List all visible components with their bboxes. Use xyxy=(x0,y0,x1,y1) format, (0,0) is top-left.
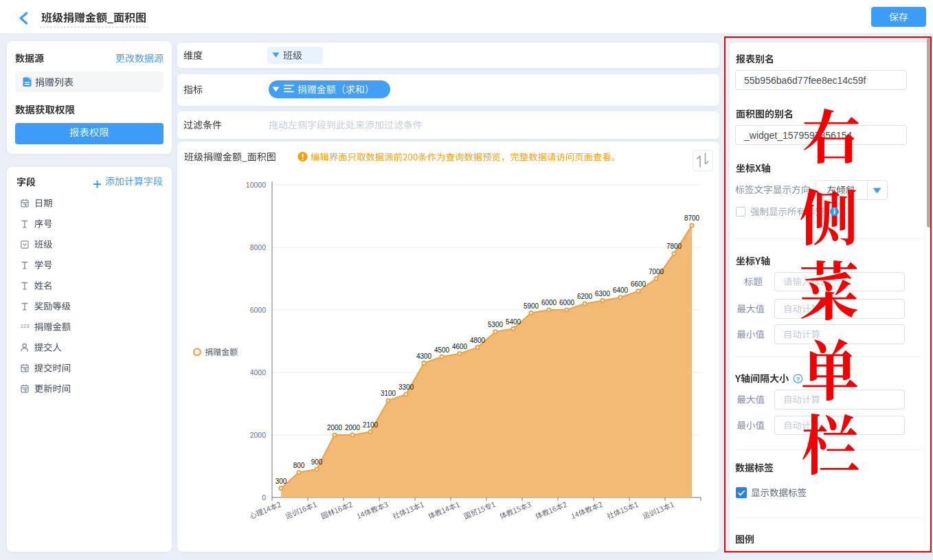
svg-text:123: 123 xyxy=(21,323,30,329)
svg-text:?: ? xyxy=(796,376,800,383)
